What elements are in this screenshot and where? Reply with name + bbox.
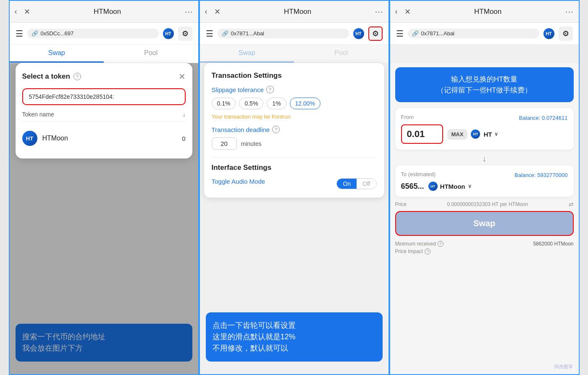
to-label: To (estimated) — [401, 171, 436, 177]
token-avatar-2: HT — [353, 28, 364, 39]
slippage-btn-1[interactable]: 1% — [267, 98, 286, 109]
toggle-on-btn[interactable]: On — [337, 179, 357, 189]
browser-back-1[interactable]: ‹ — [15, 7, 17, 16]
deadline-label: Transaction deadline ? — [212, 126, 377, 133]
app-header-3: ☰ 🔗 0x7871...Abal HT ⚙ — [390, 23, 579, 45]
modal-title-row: Select a token ? — [22, 72, 81, 81]
hamburger-icon-3[interactable]: ☰ — [396, 29, 404, 39]
token-avatar-3: HT — [543, 28, 554, 39]
price-impact-help-icon[interactable]: ? — [425, 248, 430, 254]
price-row: Price 0.00000000152303 HT per HTMoon ⇄ — [395, 201, 574, 208]
from-token-name: HT — [483, 131, 492, 138]
browser-back-2[interactable]: ‹ — [205, 7, 207, 16]
browser-more-2[interactable]: ··· — [375, 7, 383, 16]
price-impact-row: Price Impact ? — [395, 248, 574, 254]
sort-arrow[interactable]: ↓ — [183, 111, 186, 118]
panel-2: ‹ ✕ HTMoon ··· ☰ 🔗 0x7871...Abal HT ⚙ Sw… — [199, 0, 389, 375]
browser-bar-2: ‹ ✕ HTMoon ··· — [200, 1, 388, 23]
browser-close-3[interactable]: ✕ — [404, 7, 411, 16]
token-sort-row: Token name ↓ — [22, 111, 186, 121]
toggle-audio-label: Toggle Audio Mode — [212, 178, 265, 185]
slippage-warning: Your transaction may be frontrun — [212, 114, 377, 120]
toggle-off-btn[interactable]: Off — [357, 179, 376, 189]
swap-header-line2: （记得留下一些HT做手续费） — [437, 86, 532, 94]
to-token-name: HTMoon — [440, 183, 465, 190]
tabs-row-1: Swap Pool — [10, 45, 198, 63]
divider-line — [212, 157, 377, 158]
token-list-item-htmoon[interactable]: HT HTMoon 0 — [22, 127, 186, 150]
to-token-chevron: ∨ — [468, 183, 472, 189]
tab-swap-1[interactable]: Swap — [10, 45, 104, 63]
deadline-input[interactable] — [212, 137, 237, 150]
browser-more-3[interactable]: ··· — [565, 7, 574, 16]
app-header-1: ☰ 🔗 0x5DCc...697 HT ⚙ — [10, 23, 198, 45]
settings-button-3[interactable]: ⚙ — [559, 26, 573, 41]
link-icon-3: 🔗 — [412, 30, 419, 37]
hamburger-icon-2[interactable]: ☰ — [206, 29, 213, 39]
address-text-1: 0x5DCc...697 — [41, 30, 74, 37]
tab-pool-1[interactable]: Pool — [104, 45, 198, 63]
to-amount: 6565... — [401, 182, 424, 191]
to-token-select[interactable]: HTMoon ∨ — [440, 183, 472, 190]
token-sort-label: Token name — [22, 111, 54, 118]
browser-bar-1: ‹ ✕ HTMoon ··· — [10, 1, 198, 23]
browser-title-2: HTMoon — [227, 8, 368, 16]
min-received-row: Minimum received ? 5862000 HTMoon — [395, 241, 574, 247]
panel-3: ‹ ✕ HTMoon ··· ☰ 🔗 0x7871...Abal HT ⚙ 输入… — [389, 0, 580, 375]
slippage-label: Slippage tolerance ? — [212, 86, 377, 93]
browser-close-2[interactable]: ✕ — [214, 7, 220, 16]
price-label: Price — [395, 201, 407, 207]
to-token-row: HT HTMoon ∨ — [428, 182, 472, 191]
toggle-group[interactable]: On Off — [336, 178, 376, 189]
amount-input[interactable] — [401, 124, 443, 144]
browser-title-1: HTMoon — [37, 8, 178, 16]
slippage-btn-12[interactable]: 12.00% — [290, 98, 320, 109]
select-token-modal: Select a token ? ✕ Token name ↓ HT HTMoo… — [16, 63, 192, 158]
from-token-select[interactable]: HT ∨ — [483, 131, 498, 138]
htmoon-logo-to: HT — [428, 182, 438, 191]
link-icon-2: 🔗 — [222, 30, 228, 37]
token-search-input[interactable] — [22, 88, 186, 105]
refresh-icon[interactable]: ⇄ — [569, 201, 574, 208]
price-impact-label: Price Impact ? — [395, 248, 431, 254]
tab-swap-2: Swap — [200, 45, 294, 63]
watermark: 阿杰图享 — [554, 364, 573, 370]
annotation-box-2: 点击一下齿轮可以看设置 这里的滑点默认就是12% 不用修改，默认就可以 — [206, 312, 383, 362]
token-logo-htmoon: HT — [22, 131, 37, 146]
slippage-btn-01[interactable]: 0.1% — [212, 98, 236, 109]
max-button[interactable]: MAX — [447, 129, 468, 140]
swap-header-box: 输入想兑换的HT数量 （记得留下一些HT做手续费） — [395, 67, 574, 102]
settings-title: Transaction Settings — [212, 71, 377, 80]
from-label-row: From Balance: 0.0724611 — [401, 114, 568, 122]
app-header-2: ☰ 🔗 0x7871...Abal HT ⚙ — [200, 23, 388, 45]
browser-more-1[interactable]: ··· — [185, 7, 193, 16]
browser-bar-3: ‹ ✕ HTMoon ··· — [390, 1, 579, 23]
hamburger-icon-1[interactable]: ☰ — [16, 29, 23, 39]
from-card: From Balance: 0.0724611 MAX HT HT ∨ — [395, 108, 574, 150]
modal-help-icon[interactable]: ? — [74, 73, 81, 80]
slippage-help-icon[interactable]: ? — [266, 86, 274, 93]
ht-logo: HT — [471, 129, 480, 139]
min-received-help-icon[interactable]: ? — [438, 241, 444, 247]
address-pill-3[interactable]: 🔗 0x7871...Abal — [408, 29, 539, 38]
annotation-text-2: 点击一下齿轮可以看设置 这里的滑点默认就是12% 不用修改，默认就可以 — [213, 320, 376, 354]
modal-close-icon[interactable]: ✕ — [178, 71, 186, 82]
swap-container: 输入想兑换的HT数量 （记得留下一些HT做手续费） From Balance: … — [390, 63, 579, 374]
swap-button[interactable]: Swap — [395, 211, 574, 236]
address-pill-1[interactable]: 🔗 0x5DCc...697 — [27, 29, 159, 38]
address-pill-2[interactable]: 🔗 0x7871...Abal — [218, 29, 349, 38]
tabs-row-2: Swap Pool — [200, 45, 388, 63]
browser-back-3[interactable]: ‹ — [395, 7, 398, 16]
deadline-help-icon[interactable]: ? — [272, 126, 280, 133]
modal-header: Select a token ? ✕ — [22, 71, 186, 82]
min-received-value: 5862000 HTMoon — [533, 241, 573, 247]
deadline-unit: minutes — [241, 140, 262, 147]
token-avatar-1: HT — [163, 28, 174, 39]
slippage-btn-05[interactable]: 0.5% — [239, 98, 263, 109]
to-balance: Balance: 5932770000 — [514, 172, 568, 178]
settings-button-2[interactable]: ⚙ — [368, 26, 383, 41]
browser-close-1[interactable]: ✕ — [24, 7, 30, 16]
address-text-2: 0x7871...Abal — [231, 30, 265, 37]
settings-button-1[interactable]: ⚙ — [178, 26, 192, 41]
price-value: 0.00000000152303 HT per HTMoon — [447, 201, 528, 207]
